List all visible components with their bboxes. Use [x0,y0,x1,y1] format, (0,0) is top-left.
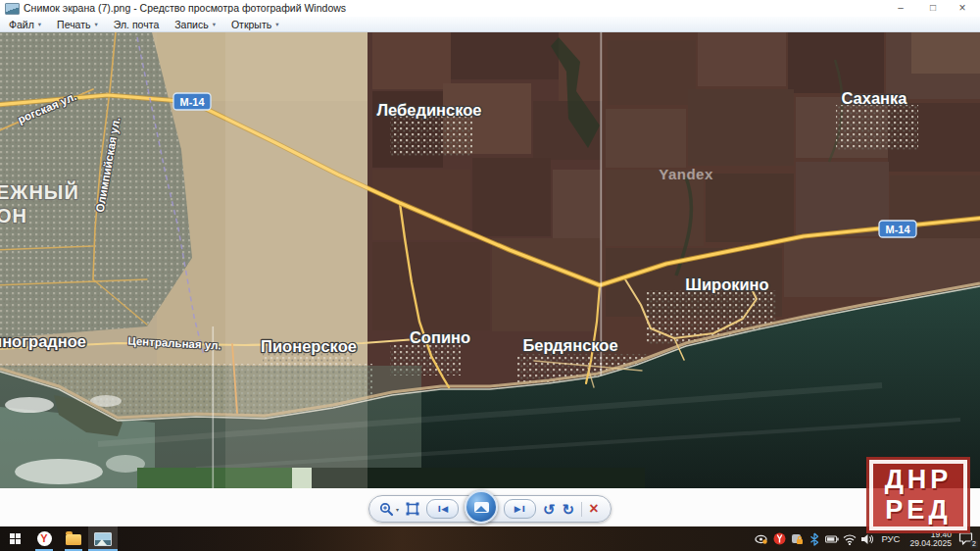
photo-canvas[interactable]: М-14М-14 рогская ул.Олимпийская ул.ЕЖНЫЙ… [0,32,980,488]
folder-icon [66,534,81,545]
menu-open-label: Открыть [231,19,271,30]
magnifier-icon [379,502,394,517]
highway-shield-label: М-14 [885,224,910,235]
bluetooth-icon[interactable] [808,532,821,546]
language-indicator[interactable]: РУС [878,533,903,544]
delete-button[interactable]: × [589,501,598,517]
actual-size-button[interactable] [406,502,419,516]
taskbar-photo-viewer[interactable] [88,526,118,551]
menu-email[interactable]: Эл. почта [114,19,159,30]
slideshow-button[interactable] [465,490,498,524]
menu-print-label: Печать [57,19,90,30]
next-bar-glyph: ▮ [522,505,524,513]
highway-shield: М-14 [879,221,916,237]
highway-shield: М-14 [173,93,211,110]
map-label: иноградное [0,332,86,350]
map-label: ЕЖНЫЙ [0,180,79,203]
tray-eye-icon[interactable] [755,532,768,546]
chevron-down-icon: ▾ [95,20,98,28]
viewer-toolbar: ▾ ▮◀ ▶▮ ↺ ↻ × [368,495,612,523]
map-label: Бердянское [522,336,617,354]
maximize-button[interactable]: □ [917,0,949,17]
rotate-cw-button[interactable]: ↻ [563,502,575,517]
minimize-button[interactable]: – [885,0,916,17]
watermark-line-1: ДНР [885,465,953,495]
volume-icon[interactable] [860,532,874,546]
next-icon: ▶ [514,505,521,514]
menu-file[interactable]: Файл ▾ [9,19,41,30]
menu-burn[interactable]: Запись ▾ [174,19,216,30]
chevron-down-icon: ▾ [396,506,399,513]
windows-logo-icon [10,533,21,544]
next-button[interactable]: ▶▮ [504,499,536,519]
menu-print[interactable]: Печать ▾ [57,19,98,30]
menu-file-label: Файл [9,19,34,30]
chevron-down-icon: ▾ [275,20,278,28]
slideshow-icon [474,502,489,513]
map-label: Сопино [410,328,470,346]
chevron-down-icon: ▾ [38,20,41,28]
dnr-red-watermark-inner: ДНР РЕД [869,460,967,530]
rotate-ccw-button[interactable]: ↺ [543,502,556,517]
previous-icon: ◀ [441,505,448,514]
zoom-button[interactable]: ▾ [379,502,399,517]
watermark-line-2: РЕД [885,495,951,526]
menu-burn-label: Запись [174,19,208,30]
map-label: Yandex [659,166,713,182]
chevron-down-icon: ▾ [213,20,216,28]
screen: { "window": { "title": "Снимок экрана (7… [0,0,980,551]
close-button[interactable]: × [947,0,978,17]
map-label: ОН [0,205,27,226]
taskbar: Y [0,526,980,551]
highway-shield-label: М-14 [179,96,205,108]
menu-email-label: Эл. почта [114,19,159,30]
window-title: Снимок экрана (7).png - Средство просмот… [24,0,346,17]
previous-button[interactable]: ▮◀ [426,499,459,519]
map-label: Саханка [841,89,907,107]
map-label: Широкино [685,276,768,293]
yandex-browser-icon: Y [37,531,52,546]
taskbar-yandex-browser[interactable]: Y [29,526,59,551]
actual-size-icon [406,502,419,516]
toolbar-divider [581,502,582,517]
menu-bar: Файл ▾ Печать ▾ Эл. почта Запись ▾ Откры… [0,17,980,32]
map-label: Лебединское [377,101,482,119]
map-label: Пионерское [261,337,357,355]
tray-yandex-icon[interactable] [772,532,786,546]
battery-icon[interactable] [825,532,839,546]
clock-date: 29.04.2025 [909,539,952,548]
dnr-red-watermark: ДНР РЕД [866,457,970,533]
taskbar-file-explorer[interactable] [59,526,88,551]
tray-security-lock-icon[interactable] [790,532,804,546]
app-icon [5,3,20,15]
previous-bar-glyph: ▮ [438,505,440,513]
notification-badge: 2 [970,540,978,548]
satellite-map-image: М-14М-14 рогская ул.Олимпийская ул.ЕЖНЫЙ… [0,32,980,488]
menu-open[interactable]: Открыть ▾ [231,19,279,30]
imagery-seam [600,32,602,376]
start-button[interactable] [0,526,29,551]
title-bar: Снимок экрана (7).png - Средство просмот… [0,0,980,18]
photo-viewer-icon [94,532,112,546]
wifi-icon[interactable] [843,532,857,546]
